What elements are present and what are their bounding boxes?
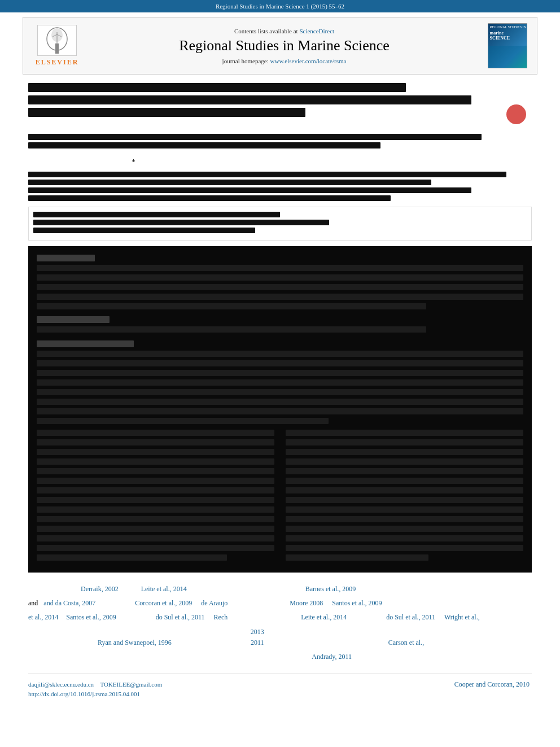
cite-leite2: Leite et al., 2014	[301, 613, 347, 621]
s1-line6	[37, 399, 523, 405]
col-l11	[37, 526, 274, 532]
cover-label-text: REGIONAL STUDIES IN	[490, 25, 526, 29]
s1-line2	[37, 360, 523, 366]
col-r7	[286, 487, 523, 493]
ref-row-3: et al., 2014 Santos et al., 2009 do Sul …	[28, 612, 532, 623]
col-l8	[37, 497, 274, 503]
col-r13	[286, 545, 523, 551]
col-l13	[37, 545, 274, 551]
col-l7	[37, 487, 274, 493]
cite-santos2: Santos et al., 2009	[66, 613, 116, 621]
cite-leite1: Leite et al., 2014	[141, 585, 187, 593]
elsevier-tree-icon	[37, 25, 77, 56]
references-section: Derraik, 2002 Leite et al., 2014 Barnes …	[28, 584, 532, 662]
col-r14	[286, 554, 428, 561]
article-title-section	[28, 80, 532, 125]
col-l6	[37, 478, 274, 484]
cite-rech: Rech	[214, 613, 228, 621]
journal-title: Regional Studies in Marine Science	[94, 37, 475, 54]
abstract-line4	[37, 294, 523, 300]
affil-line1	[28, 172, 506, 177]
cite-wright: Wright et al.,	[444, 613, 480, 621]
journal-citation-bar: Regional Studies in Marine Science 1 (20…	[0, 0, 560, 12]
journal-citation: Regional Studies in Marine Science 1 (20…	[216, 3, 344, 10]
article-info-box	[28, 207, 532, 241]
affiliations-section	[28, 172, 532, 201]
col-r3	[286, 449, 523, 455]
journal-center: Contents lists available at ScienceDirec…	[82, 28, 486, 64]
col-l3	[37, 449, 274, 455]
cite-ryan: Ryan and Swanepoel, 1996	[98, 639, 172, 646]
col-r11	[286, 526, 523, 532]
s1-line8	[37, 418, 329, 424]
cite-corcoran: Corcoran et al., 2009	[135, 599, 192, 607]
section1-heading	[37, 340, 134, 347]
col-l9	[37, 506, 274, 513]
authors-line1	[28, 134, 482, 140]
email1[interactable]: daqjili@sklec.ecnu.edu.cn	[28, 681, 94, 688]
col-l5	[37, 468, 274, 474]
s1-line1	[37, 351, 523, 357]
email2[interactable]: TOKEILEE@gmail.com	[100, 681, 162, 688]
ref-row-5: Andrady, 2011	[28, 652, 532, 662]
s1-line3	[37, 370, 523, 376]
col-r2	[286, 439, 523, 445]
footer-right: Cooper and Corcoran, 2010	[454, 680, 532, 689]
cite-santos1: Santos et al., 2009	[332, 599, 382, 607]
col-right-body	[286, 430, 523, 564]
doi-link[interactable]: http://dx.doi.org/10.1016/j.rsma.2015.04…	[28, 691, 162, 697]
svg-rect-0	[55, 43, 59, 54]
article-title-line2	[28, 95, 471, 104]
s1-line4	[37, 379, 523, 386]
col-r9	[286, 506, 523, 513]
info-line2	[33, 220, 329, 225]
cite-barnes: Barnes et al., 2009	[305, 585, 356, 593]
s1-line5	[37, 389, 523, 395]
cite-year2011: 2011	[251, 637, 264, 648]
authors-line2	[28, 142, 380, 148]
keywords-heading	[37, 316, 110, 323]
col-r1	[286, 430, 523, 436]
s1-line7	[37, 408, 523, 414]
contents-label: Contents lists available at	[234, 28, 298, 34]
col-l2	[37, 439, 274, 445]
ref-row-1: Derraik, 2002 Leite et al., 2014 Barnes …	[28, 584, 532, 595]
journal-cover: REGIONAL STUDIES IN marineSCIENCE	[486, 23, 528, 68]
affil-line2	[28, 180, 431, 185]
col-r6	[286, 478, 523, 484]
page: Regional Studies in Marine Science 1 (20…	[0, 0, 560, 697]
info-line3	[33, 228, 255, 233]
sciencedirect-link[interactable]: ScienceDirect	[299, 28, 334, 34]
affil-line4	[28, 195, 391, 201]
elsevier-brand-text: ELSEVIER	[36, 58, 79, 67]
cite-derraik: Derraik, 2002	[81, 585, 119, 593]
journal-header: ELSEVIER Contents lists available at Sci…	[23, 17, 537, 75]
footer-left: daqjili@sklec.ecnu.edu.cn TOKEILEE@gmail…	[28, 680, 162, 697]
ref-row-2: and and da Costa, 2007 Corcoran et al., …	[28, 598, 532, 609]
cite-dosul1: do Sul et al., 2011	[156, 613, 205, 621]
authors-section	[28, 134, 532, 148]
cite-dearaujo: de Araujo	[201, 599, 228, 607]
col-r4	[286, 458, 523, 465]
and-text: and	[28, 599, 38, 607]
sciencedirect-line: Contents lists available at ScienceDirec…	[94, 28, 475, 34]
col-l10	[37, 516, 274, 522]
asterisk-symbol: *	[132, 157, 135, 165]
abstract-line1	[37, 265, 523, 271]
footer-section: daqjili@sklec.ecnu.edu.cn TOKEILEE@gmail…	[28, 674, 532, 697]
footer-links: daqjili@sklec.ecnu.edu.cn TOKEILEE@gmail…	[28, 680, 162, 697]
article-title-line1	[28, 83, 406, 92]
col-l4	[37, 458, 274, 465]
cite-year2013: 2013	[251, 627, 264, 637]
homepage-label: journal homepage:	[222, 58, 269, 64]
col-l1	[37, 430, 274, 436]
homepage-url[interactable]: www.elsevier.com/locate/rsma	[270, 58, 347, 64]
keywords-line	[37, 326, 426, 333]
main-content: *	[28, 80, 532, 697]
abstract-heading	[37, 255, 95, 261]
article-title-line3	[28, 108, 305, 117]
abstract-line2	[37, 274, 523, 281]
cite-carson: Carson et al.,	[388, 639, 424, 646]
article-badge	[506, 104, 526, 124]
col-r12	[286, 535, 523, 541]
